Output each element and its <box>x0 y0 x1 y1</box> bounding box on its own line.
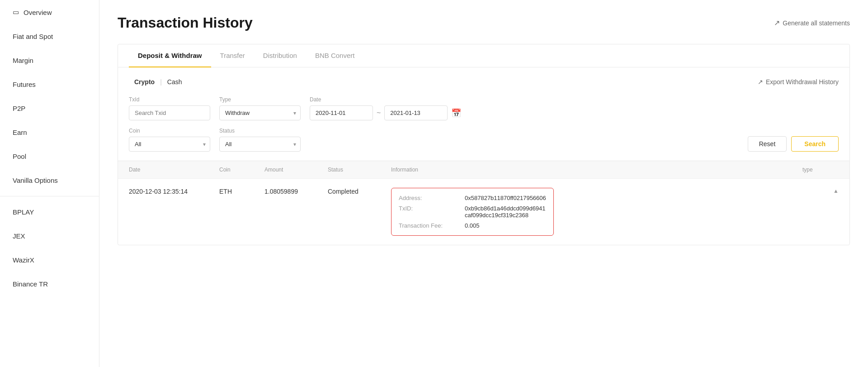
sidebar-item-wazirx[interactable]: WazirX <box>0 248 99 272</box>
col-header-status: Status <box>328 167 391 173</box>
sidebar-item-label: Binance TR <box>13 280 48 288</box>
date-to-input[interactable] <box>384 105 448 120</box>
tab-distribution[interactable]: Distribution <box>254 44 306 67</box>
col-header-type: type <box>802 167 839 173</box>
sidebar-item-binance-tr[interactable]: Binance TR <box>0 272 99 296</box>
coin-select[interactable]: All <box>129 137 210 152</box>
cell-status: Completed <box>328 188 391 195</box>
page-title: Transaction History <box>118 14 253 31</box>
date-filter-group: Date ~ 📅 <box>310 96 461 120</box>
col-header-date: Date <box>129 167 219 173</box>
crypto-cash-buttons: Crypto | Cash <box>129 76 187 87</box>
type-select-wrapper: Withdraw Deposit All <box>219 105 301 120</box>
reset-button[interactable]: Reset <box>748 136 787 152</box>
export-icon: ↗ <box>758 78 763 86</box>
txid-info-label: TxID: <box>399 205 458 219</box>
search-button[interactable]: Search <box>791 136 839 152</box>
sidebar-item-p2p[interactable]: P2P <box>0 96 99 120</box>
sidebar-item-overview[interactable]: ▭ Overview <box>0 0 99 24</box>
sidebar-item-jex[interactable]: JEX <box>0 224 99 248</box>
sidebar-item-earn[interactable]: Earn <box>0 120 99 144</box>
sidebar-item-label: Vanilla Options <box>13 176 58 184</box>
sidebar-item-label: Margin <box>13 57 33 64</box>
coin-label: Coin <box>129 128 210 134</box>
type-label: Type <box>219 96 301 103</box>
sidebar-divider <box>0 196 99 196</box>
status-label: Status <box>219 128 301 134</box>
sidebar-item-label: Earn <box>13 129 27 136</box>
crypto-cash-row: Crypto | Cash ↗ Export Withdrawal Histor… <box>129 76 839 87</box>
overview-icon: ▭ <box>13 8 19 16</box>
type-select[interactable]: Withdraw Deposit All <box>219 105 301 120</box>
table-header: Date Coin Amount Status Information type <box>118 161 849 178</box>
sidebar-item-vanilla-options[interactable]: Vanilla Options <box>0 168 99 192</box>
fee-value: 0.005 <box>465 222 480 229</box>
fee-label: Transaction Fee: <box>399 222 458 229</box>
crypto-button[interactable]: Crypto <box>129 76 160 87</box>
coin-select-wrapper: All <box>129 137 210 152</box>
txid-label: TxId <box>129 96 210 103</box>
filter-actions: Reset Search <box>748 136 839 152</box>
sidebar-item-label: BPLAY <box>13 208 34 216</box>
txid-info-value: 0xb9cb86d1a46ddcd099d6941 caf099dcc19cf3… <box>465 205 546 219</box>
txid-filter-group: TxId <box>129 96 210 120</box>
sidebar-item-label: Overview <box>24 9 52 16</box>
main-content: Transaction History ↗ Generate all state… <box>99 0 868 367</box>
coin-filter-group: Coin All <box>129 128 210 152</box>
date-range: ~ 📅 <box>310 105 461 120</box>
col-header-amount: Amount <box>264 167 328 173</box>
sidebar-item-label: Pool <box>13 153 26 160</box>
expand-button[interactable]: ▲ <box>802 188 839 194</box>
cell-date: 2020-12-03 12:35:14 <box>129 188 219 195</box>
sidebar-item-label: P2P <box>13 105 25 112</box>
table-container: Date Coin Amount Status Information type… <box>118 161 849 245</box>
sidebar-item-fiat-and-spot[interactable]: Fiat and Spot <box>0 24 99 48</box>
col-header-coin: Coin <box>219 167 264 173</box>
filters-row-1: TxId Type Withdraw Deposit All Date <box>129 96 839 120</box>
sidebar: ▭ Overview Fiat and Spot Margin Futures … <box>0 0 99 367</box>
sidebar-item-bplay[interactable]: BPLAY <box>0 200 99 224</box>
date-separator: ~ <box>377 109 381 117</box>
date-label: Date <box>310 96 461 103</box>
txid-input[interactable] <box>129 105 210 120</box>
status-select[interactable]: All <box>219 137 301 152</box>
generate-statements-button[interactable]: ↗ Generate all statements <box>774 19 850 27</box>
address-value: 0x587827b11870ff0217956606 <box>465 195 546 201</box>
info-box: Address: 0x587827b11870ff0217956606 TxID… <box>391 188 554 236</box>
table-row: 2020-12-03 12:35:14 ETH 1.08059899 Compl… <box>118 178 849 245</box>
type-filter-group: Type Withdraw Deposit All <box>219 96 301 120</box>
address-row: Address: 0x587827b11870ff0217956606 <box>399 195 546 201</box>
page-header: Transaction History ↗ Generate all state… <box>118 14 850 31</box>
fee-row: Transaction Fee: 0.005 <box>399 222 546 229</box>
sidebar-item-futures[interactable]: Futures <box>0 72 99 96</box>
txid-row: TxID: 0xb9cb86d1a46ddcd099d6941 caf099dc… <box>399 205 546 219</box>
tabs-container: Deposit & Withdraw Transfer Distribution… <box>118 44 850 245</box>
sidebar-item-label: Futures <box>13 81 36 88</box>
main-tabs: Deposit & Withdraw Transfer Distribution… <box>118 44 849 67</box>
filters-row-2: Coin All Status All <box>129 128 839 152</box>
sidebar-item-label: JEX <box>13 232 25 240</box>
address-label: Address: <box>399 195 458 201</box>
sidebar-item-label: Fiat and Spot <box>13 33 53 40</box>
sidebar-item-label: WazirX <box>13 256 34 264</box>
status-select-wrapper: All <box>219 137 301 152</box>
cell-coin: ETH <box>219 188 264 195</box>
col-header-information: Information <box>391 167 802 173</box>
external-link-icon: ↗ <box>774 19 780 27</box>
sidebar-item-margin[interactable]: Margin <box>0 48 99 72</box>
cell-amount: 1.08059899 <box>264 188 328 195</box>
filter-section: Crypto | Cash ↗ Export Withdrawal Histor… <box>118 67 849 161</box>
status-filter-group: Status All <box>219 128 301 152</box>
sidebar-item-pool[interactable]: Pool <box>0 144 99 168</box>
export-withdrawal-history-button[interactable]: ↗ Export Withdrawal History <box>758 78 839 86</box>
tab-transfer[interactable]: Transfer <box>211 44 254 67</box>
export-label: Export Withdrawal History <box>766 78 839 86</box>
calendar-icon[interactable]: 📅 <box>451 108 461 118</box>
tab-deposit-withdraw[interactable]: Deposit & Withdraw <box>129 44 211 67</box>
tab-bnb-convert[interactable]: BNB Convert <box>306 44 364 67</box>
generate-statements-label: Generate all statements <box>783 19 850 27</box>
cell-information: Address: 0x587827b11870ff0217956606 TxID… <box>391 188 802 236</box>
cash-button[interactable]: Cash <box>162 76 188 87</box>
date-from-input[interactable] <box>310 105 373 120</box>
